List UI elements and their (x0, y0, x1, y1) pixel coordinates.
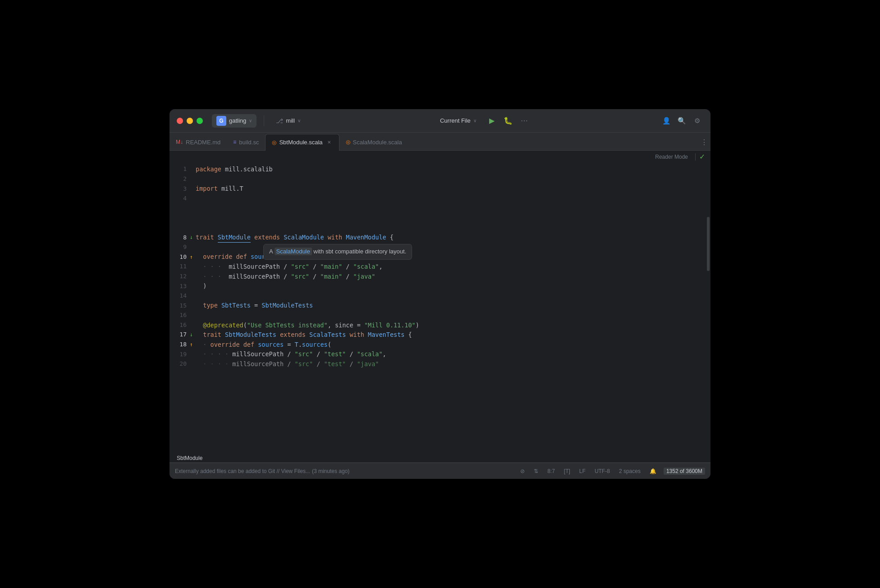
code-text: / (309, 262, 320, 272)
no-vcs-icon[interactable]: ⊘ (518, 467, 527, 475)
keyword: override (211, 340, 240, 350)
string: "scala" (353, 262, 379, 272)
function-name: sources (258, 340, 284, 350)
tooltip: A ScalaModule with sbt compatible direct… (263, 244, 412, 260)
code-line (192, 223, 706, 233)
keyword: extends (280, 330, 306, 340)
keyword: extends (254, 233, 280, 243)
line-num: 16 (173, 311, 187, 321)
status-time: (3 minutes ago) (312, 468, 349, 474)
search-button[interactable]: 🔍 (675, 115, 688, 127)
code-text: , (379, 262, 382, 272)
maximize-button[interactable] (197, 118, 203, 124)
code-area[interactable]: 1 2 3 4 8 ↓ 9 10 ↑ 11 (170, 163, 710, 454)
settings-button[interactable]: ⚙ (691, 115, 703, 127)
close-button[interactable] (177, 118, 183, 124)
run-button[interactable]: ▶ (486, 115, 498, 127)
string: "main" (320, 262, 342, 272)
debug-button[interactable]: 🐛 (502, 115, 514, 127)
line-num (173, 223, 187, 233)
line-num-10: 10 ↑ (173, 252, 187, 262)
line-num: 11 (173, 262, 187, 272)
code-line: · · · · millSourcePath / "src" / "test" … (192, 349, 706, 359)
code-text: millSourcePath / (232, 349, 294, 359)
code-text: · · · (196, 272, 229, 282)
code-text: , (383, 349, 386, 359)
account-button[interactable]: 👤 (660, 115, 673, 127)
line-num: 14 (173, 291, 187, 301)
code-text: millSourcePath / (229, 262, 291, 272)
project-selector[interactable]: G gatling ∨ (212, 114, 257, 128)
tab-close-button[interactable]: ✕ (325, 139, 333, 146)
string: "java" (357, 359, 379, 369)
code-text (346, 330, 349, 340)
code-text (196, 330, 203, 340)
type-tag[interactable]: [T] (562, 467, 572, 475)
branch-name: mill (286, 117, 295, 124)
string: "java" (353, 272, 376, 282)
tab-build[interactable]: ≡ build.sc (227, 134, 265, 150)
branch-status-icon[interactable]: ⇅ (532, 467, 540, 475)
line-num: 15 (173, 301, 187, 311)
tab-readme[interactable]: M↓ README.md (170, 134, 227, 150)
code-text: = (284, 340, 294, 350)
reader-mode-button[interactable]: Reader Mode (651, 153, 692, 161)
code-line: · · · millSourcePath / "src" / "main" / … (192, 262, 706, 272)
toolbar-divider (695, 153, 696, 161)
scala-icon: ◎ (272, 139, 276, 146)
code-text: ( (328, 340, 331, 350)
branch-selector[interactable]: ⎇ mill ∨ (271, 115, 305, 126)
run-config-selector[interactable]: Current File ∨ (435, 115, 482, 126)
line-num: 9 (173, 243, 187, 253)
keyword: trait (203, 330, 221, 340)
scrollbar-thumb[interactable] (707, 217, 710, 271)
markdown-icon: M↓ (176, 139, 183, 145)
keyword: trait (196, 233, 214, 243)
editor-content: Reader Mode ✓ 1 2 3 4 8 ↓ (170, 151, 710, 454)
code-line: @deprecated("Use SbtTests instead", sinc… (192, 321, 706, 331)
code-text: · · · · (196, 349, 232, 359)
line-num: 4 (173, 194, 187, 204)
line-num-18: 18 ↑ (173, 340, 187, 350)
code-line (192, 194, 706, 204)
code-text (280, 233, 284, 243)
git-branch-icon: ⎇ (276, 117, 283, 124)
code-line: · · · · millSourcePath / "src" / "test" … (192, 359, 706, 369)
code-text (196, 252, 203, 262)
titlebar-right: 👤 🔍 ⚙ (660, 115, 703, 127)
type-name: ScalaModule (284, 233, 324, 243)
line-num: 19 (173, 349, 187, 359)
tab-label: README.md (186, 139, 220, 146)
minimize-button[interactable] (187, 118, 193, 124)
status-message: Externally added files can be added to G… (175, 468, 310, 474)
code-text (324, 233, 328, 243)
project-icon: G (216, 116, 226, 126)
line-ending[interactable]: LF (578, 467, 587, 475)
code-text (232, 252, 236, 262)
notification-icon[interactable]: 🔔 (648, 467, 658, 475)
type-name: T (295, 340, 298, 350)
code-text: millSourcePath / (229, 272, 291, 282)
tab-scalamodule[interactable]: ◎ ScalaModule.scala (339, 134, 408, 150)
breadcrumb-item[interactable]: SbtModule (177, 455, 202, 461)
code-text: · · · (196, 262, 229, 272)
tab-sbtmodule[interactable]: ◎ SbtModule.scala ✕ (265, 134, 339, 150)
scrollbar-track[interactable] (706, 163, 710, 454)
code-text: / (346, 349, 357, 359)
indent[interactable]: 2 spaces (617, 467, 642, 475)
code-text: . (298, 340, 302, 350)
tab-label: SbtModule.scala (279, 139, 322, 146)
code-text (254, 340, 258, 350)
run-config-name: Current File (440, 117, 471, 124)
function-name: sources (302, 340, 328, 350)
code-text (214, 233, 218, 243)
string: "src" (291, 262, 309, 272)
encoding[interactable]: UTF-8 (593, 467, 612, 475)
annotation: @deprecated (203, 321, 243, 331)
line-num (173, 213, 187, 223)
chevron-down-icon: ∨ (249, 118, 252, 123)
code-lines: package mill.scalalib import mill.T (192, 163, 706, 454)
cursor-position[interactable]: 8:7 (545, 467, 557, 475)
more-options-button[interactable]: ⋯ (518, 115, 531, 127)
tabs-more-button[interactable]: ⋮ (698, 134, 710, 150)
